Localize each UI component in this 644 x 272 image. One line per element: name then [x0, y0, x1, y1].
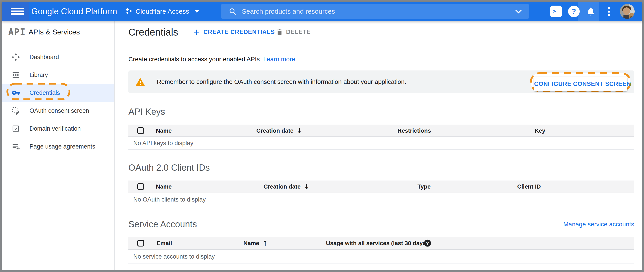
column-header-name[interactable]: Name: [156, 183, 172, 190]
oauth-clients-empty-row: No OAuth clients to display: [128, 193, 634, 206]
delete-button[interactable]: DELETE: [276, 21, 310, 43]
column-header-name[interactable]: Name: [156, 127, 172, 134]
select-all-checkbox[interactable]: [137, 183, 144, 190]
column-header-usage[interactable]: Usage with all services (last 30 days): [326, 240, 428, 247]
column-header-creation-date[interactable]: Creation date ↓: [264, 183, 309, 191]
project-name: Cloudflare Access: [136, 8, 189, 15]
sort-asc-icon: ↑: [262, 239, 268, 247]
manage-service-accounts-link[interactable]: Manage service accounts: [563, 221, 634, 228]
checked-box-icon: [12, 124, 20, 133]
sidebar-item-label: Domain verification: [30, 125, 81, 132]
column-header-key[interactable]: Key: [534, 127, 545, 134]
select-all-checkbox[interactable]: [137, 127, 144, 134]
search-bar[interactable]: [221, 4, 529, 19]
sidebar-header: API APIs & Services: [2, 21, 114, 43]
sidebar-item-label: Page usage agreements: [30, 143, 95, 150]
consent-form-icon: [12, 106, 20, 115]
search-icon: [229, 8, 236, 16]
notifications-bell-icon[interactable]: [586, 7, 596, 17]
sort-desc-icon: ↓: [296, 126, 302, 134]
configure-consent-screen-button[interactable]: CONFIGURE CONSENT SCREEN: [534, 76, 627, 91]
page-title: Credentials: [128, 21, 178, 43]
api-keys-header-row: Name Creation date ↓ Restrictions Key: [128, 124, 634, 137]
trash-icon: [276, 28, 283, 36]
service-accounts-header-row: Email Name ↑ Usage with all services (la…: [128, 237, 634, 250]
sort-desc-icon: ↓: [304, 183, 309, 191]
gcp-console-window: Google Cloud Platform Cloudflare Access …: [0, 0, 644, 272]
section-title-oauth-clients: OAuth 2.0 Client IDs: [128, 163, 210, 173]
intro-text: Create credentials to access your enable…: [128, 55, 295, 64]
project-selector[interactable]: Cloudflare Access: [124, 2, 200, 21]
section-title-service-accounts: Service Accounts: [128, 219, 197, 229]
sidebar-item-domain-verification[interactable]: Domain verification: [2, 120, 114, 138]
sidebar-item-oauth-consent-screen[interactable]: OAuth consent screen: [2, 102, 114, 120]
cloud-shell-icon[interactable]: >_: [550, 6, 562, 17]
column-header-creation-date[interactable]: Creation date ↓: [256, 126, 302, 134]
sidebar-item-label: Credentials: [30, 89, 60, 96]
sidebar-item-label: Library: [30, 72, 48, 78]
hamburger-menu-icon[interactable]: [11, 8, 24, 15]
dashboard-icon: [12, 53, 20, 61]
search-dropdown-chevron-icon[interactable]: [515, 10, 522, 15]
oauth-clients-header-row: Name Creation date ↓ Type Client ID: [128, 181, 634, 193]
banner-message: Remember to configure the OAuth consent …: [157, 70, 406, 93]
sidebar-item-page-usage-agreements[interactable]: Page usage agreements: [2, 138, 114, 156]
main-content: Credentials CREATE CREDENTIALS DELETE Cr…: [115, 21, 642, 270]
sidebar-item-library[interactable]: Library: [2, 66, 114, 84]
help-icon[interactable]: ?: [568, 6, 580, 17]
sidebar-item-label: OAuth consent screen: [30, 107, 89, 114]
chevron-down-icon: [194, 10, 200, 14]
learn-more-link[interactable]: Learn more: [263, 56, 295, 63]
sidebar: API APIs & Services Dashboard Library: [2, 21, 114, 270]
column-header-name[interactable]: Name ↑: [244, 239, 268, 247]
section-title-api-keys: API Keys: [128, 107, 165, 117]
api-logo: API: [8, 21, 26, 43]
service-accounts-empty-row: No service accounts to display: [128, 250, 634, 263]
list-gear-icon: [12, 142, 20, 151]
project-icon: [124, 7, 133, 16]
column-header-type[interactable]: Type: [418, 183, 431, 190]
app-bar: Google Cloud Platform Cloudflare Access …: [2, 2, 642, 21]
gcp-logo[interactable]: Google Cloud Platform: [31, 2, 117, 21]
sidebar-item-credentials[interactable]: Credentials: [2, 84, 114, 102]
sidebar-nav-list: Dashboard Library Credentials OAuth cons…: [2, 48, 114, 156]
create-credentials-button[interactable]: CREATE CREDENTIALS: [193, 21, 275, 43]
column-header-client-id[interactable]: Client ID: [517, 183, 540, 190]
column-header-restrictions[interactable]: Restrictions: [398, 127, 431, 134]
usage-help-icon[interactable]: ?: [424, 240, 431, 247]
consent-warning-banner: Remember to configure the OAuth consent …: [128, 70, 634, 93]
search-input[interactable]: [242, 4, 505, 19]
key-icon: [12, 89, 20, 97]
account-avatar[interactable]: [620, 4, 634, 19]
column-header-email[interactable]: Email: [156, 240, 172, 247]
api-keys-empty-row: No API keys to display: [128, 137, 634, 150]
content-header: Credentials CREATE CREDENTIALS DELETE: [115, 21, 642, 43]
warning-icon: [135, 77, 145, 88]
sidebar-item-dashboard[interactable]: Dashboard: [2, 48, 114, 66]
sidebar-title: APIs & Services: [28, 21, 80, 43]
overflow-menu-icon[interactable]: [608, 7, 610, 18]
plus-icon: [193, 28, 200, 36]
sidebar-item-label: Dashboard: [30, 54, 59, 61]
library-icon: [12, 71, 20, 79]
select-all-checkbox[interactable]: [137, 240, 144, 246]
